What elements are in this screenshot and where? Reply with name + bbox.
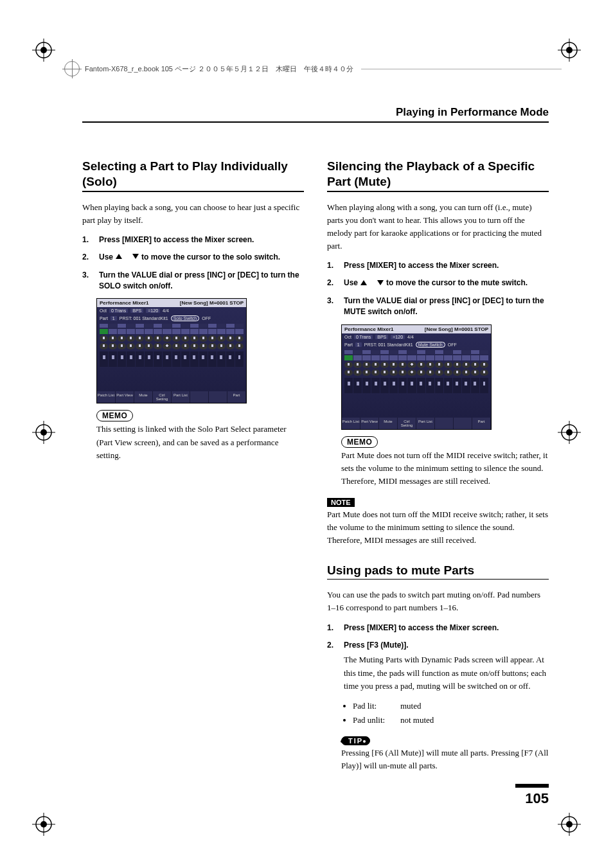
pads-step-2: Press [F3 (Mute)]. The Muting Parts with…: [327, 640, 549, 693]
svg-marker-26: [360, 280, 367, 285]
crop-mark-mr: [558, 421, 581, 444]
crop-mark-tl: [32, 39, 55, 62]
up-arrow-icon: [115, 252, 123, 263]
mute-note-body: Part Mute does not turn off the MIDI rec…: [327, 508, 549, 547]
down-arrow-icon: [377, 278, 384, 289]
mixer-screenshot-solo: Performance Mixer1 [New Song] M=0001 STO…: [96, 298, 247, 403]
page-area: Playing in Performance Mode Selecting a …: [82, 106, 549, 807]
crop-mark-br: [558, 813, 581, 836]
mute-memo-body: Part Mute does not turn off the MIDI rec…: [341, 449, 549, 488]
note-badge: NOTE: [327, 498, 355, 507]
section-solo-heading: Selecting a Part to Play Individually (S…: [82, 159, 304, 192]
solo-steps: Press [MIXER] to access the Mixer screen…: [82, 235, 304, 292]
memo-badge: MEMO: [341, 436, 378, 448]
pad-state-list: Pad lit:muted Pad unlit:not muted: [341, 699, 549, 727]
solo-step-2: Use to move the cursor to the solo switc…: [82, 252, 304, 263]
left-column: Selecting a Part to Play Individually (S…: [82, 159, 304, 777]
tip-body: Pressing [F6 (All Mute)] will mute all p…: [341, 747, 549, 772]
solo-intro: When playing back a song, you can choose…: [82, 201, 304, 227]
pads-step-1: Press [MIXER] to access the Mixer screen…: [327, 623, 549, 633]
solo-step-1: Press [MIXER] to access the Mixer screen…: [82, 235, 304, 245]
print-header-text: Fantom-X678_r_e.book 105 ページ ２００５年５月１２日 …: [85, 64, 353, 74]
section-mute-heading: Silencing the Playback of a Specific Par…: [327, 159, 549, 192]
mixer-screenshot-mute: Performance Mixer1 [New Song] M=0001 STO…: [341, 324, 492, 430]
print-header-icon: [64, 61, 80, 76]
down-arrow-icon: [132, 252, 139, 263]
crop-mark-bl: [32, 813, 55, 836]
pads-step-2-desc: The Muting Parts with Dynamic Pads scree…: [344, 653, 549, 692]
mute-step-2: Use to move the cursor to the mute switc…: [327, 278, 549, 289]
solo-memo-body: This setting is linked with the Solo Par…: [96, 423, 304, 461]
crop-mark-ml: [32, 421, 55, 444]
section-pads-heading: Using pads to mute Parts: [327, 563, 549, 580]
pad-lit-row: Pad lit:muted: [353, 699, 549, 713]
pad-unlit-row: Pad unlit:not muted: [353, 713, 549, 727]
solo-step-3: Turn the VALUE dial or press [INC] or [D…: [82, 270, 304, 292]
pads-steps: Press [MIXER] to access the Mixer screen…: [327, 623, 549, 693]
svg-marker-25: [132, 254, 139, 259]
crop-mark-tr: [558, 39, 581, 62]
print-header: Fantom-X678_r_e.book 105 ページ ２００５年５月１２日 …: [64, 61, 562, 76]
page-number: 105: [515, 784, 549, 807]
print-header-line: [361, 69, 562, 69]
pads-intro: You can use the pads to switch part muti…: [327, 589, 549, 614]
right-column: Silencing the Playback of a Specific Par…: [327, 159, 549, 777]
svg-marker-24: [116, 254, 122, 259]
mute-intro: When playing along with a song, you can …: [327, 201, 549, 253]
mute-steps: Press [MIXER] to access the Mixer screen…: [327, 260, 549, 318]
mute-step-1: Press [MIXER] to access the Mixer screen…: [327, 260, 549, 271]
svg-marker-27: [377, 280, 384, 285]
tip-badge: TIP: [341, 736, 370, 745]
up-arrow-icon: [360, 278, 368, 289]
memo-badge: MEMO: [96, 410, 133, 421]
running-head: Playing in Performance Mode: [82, 106, 549, 123]
mute-step-3: Turn the VALUE dial or press [INC] or [D…: [327, 296, 549, 318]
